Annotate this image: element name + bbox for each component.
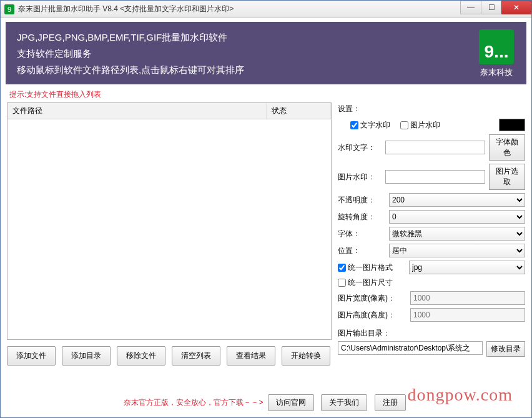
font-select[interactable]: 微软雅黑 [389,227,525,241]
format-select[interactable]: jpg [409,261,525,274]
width-input[interactable] [410,291,525,305]
position-select[interactable]: 居中 [389,244,525,257]
minimize-button[interactable]: — [460,1,481,14]
output-dir-label: 图片输出目录： [338,328,525,339]
file-table[interactable]: 文件路径 状态 [7,102,332,340]
footer-text: 奈末官方正版，安全放心，官方下载－－> [124,397,263,408]
font-color-button[interactable]: 字体颜色 [489,134,525,161]
banner-line1: JPG,JPEG,PNG,BMP,EMF,TIF,GIF批量加水印软件 [17,29,515,46]
logo-text: 奈末科技 [479,67,514,78]
rotate-label: 旋转角度： [338,212,385,222]
view-result-button[interactable]: 查看结果 [227,346,275,366]
about-button[interactable]: 关于我们 [321,394,367,411]
register-button[interactable]: 注册 [375,394,406,411]
wm-text-label: 水印文字： [338,142,382,153]
logo-icon: 9... [479,29,514,64]
app-icon: 9 [4,4,14,14]
rotate-select[interactable]: 0 [389,210,525,224]
banner-line2: 支持软件定制服务 [17,46,515,62]
height-input[interactable] [410,308,525,322]
maximize-button[interactable]: ☐ [481,1,502,14]
clear-list-button[interactable]: 清空列表 [172,346,220,366]
font-label: 字体： [338,229,385,239]
remove-file-button[interactable]: 移除文件 [117,346,165,366]
footer: 奈末官方正版，安全放心，官方下载－－> 访问官网 关于我们 注册 [1,394,531,411]
add-file-button[interactable]: 添加文件 [7,346,56,366]
opacity-label: 不透明度： [338,195,385,206]
image-wm-input[interactable] [385,170,485,184]
settings-title: 设置： [338,102,360,116]
add-dir-button[interactable]: 添加目录 [62,346,111,366]
image-watermark-check[interactable]: 图片水印 [400,120,440,131]
text-watermark-check[interactable]: 文字水印 [350,120,390,131]
color-swatch[interactable] [499,119,525,131]
width-label: 图片宽度(像素)： [338,293,406,304]
start-convert-button[interactable]: 开始转换 [282,346,330,366]
unify-format-check[interactable]: 统一图片格式 [338,262,393,273]
position-label: 位置： [338,246,385,256]
banner-line3: 移动鼠标到软件文件路径列表,点击鼠标右键可对其排序 [17,62,515,78]
unify-size-check[interactable]: 统一图片尺寸 [338,277,393,288]
opacity-select[interactable]: 200 [389,193,525,207]
output-dir-input[interactable] [338,341,483,355]
close-button[interactable]: ✕ [501,1,531,14]
image-wm-label: 图片水印： [338,172,382,182]
col-path[interactable]: 文件路径 [7,103,266,119]
image-pick-button[interactable]: 图片选取 [489,164,525,190]
hint-text: 提示:支持文件直接拖入列表 [1,87,531,102]
change-dir-button[interactable]: 修改目录 [486,341,525,357]
logo: 9... 奈末科技 [479,29,514,78]
wm-text-input[interactable] [385,141,485,154]
titlebar: 9 奈末图片批量加水印助手 V8.4 <支持批量加文字水印和图片水印> — ☐ … [1,1,531,18]
visit-site-button[interactable]: 访问官网 [268,394,314,411]
height-label: 图片高度(高度)： [338,310,406,321]
window-title: 奈末图片批量加水印助手 V8.4 <支持批量加文字水印和图片水印> [18,4,531,14]
banner: JPG,JPEG,PNG,BMP,EMF,TIF,GIF批量加水印软件 支持软件… [6,22,526,84]
col-status[interactable]: 状态 [266,103,331,119]
